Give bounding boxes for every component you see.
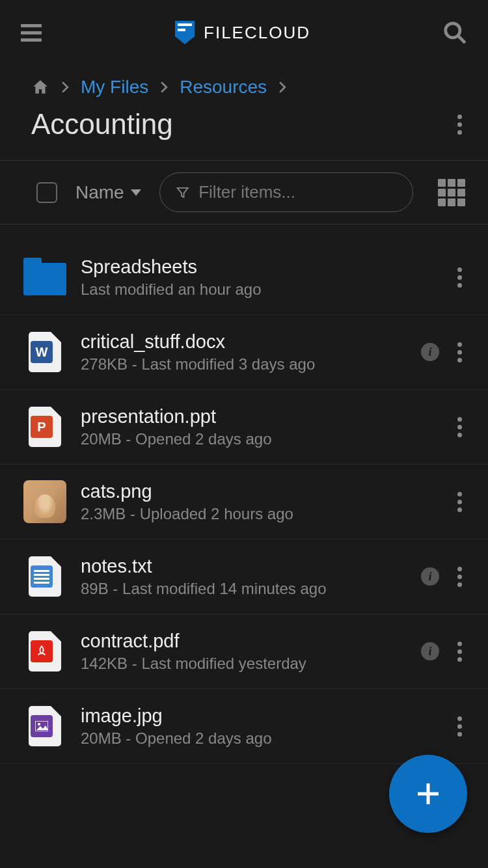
info-icon[interactable]: i bbox=[421, 343, 439, 361]
list-item[interactable]: P presentation.ppt 20MB - Opened 2 days … bbox=[0, 390, 488, 465]
page-title: Accounting bbox=[31, 108, 173, 141]
txt-icon bbox=[23, 555, 66, 598]
chevron-right-icon bbox=[278, 81, 286, 93]
chevron-right-icon bbox=[160, 81, 168, 93]
sort-button[interactable]: Name bbox=[75, 182, 141, 203]
sort-label-text: Name bbox=[75, 182, 124, 203]
breadcrumb-link-resources[interactable]: Resources bbox=[180, 77, 267, 98]
folder-icon bbox=[23, 256, 66, 299]
ppt-icon: P bbox=[23, 405, 66, 448]
search-icon[interactable] bbox=[442, 20, 467, 45]
item-more-button[interactable] bbox=[452, 562, 467, 592]
file-list: Spreadsheets Last modified an hour ago W… bbox=[0, 224, 488, 764]
app-name: FILECLOUD bbox=[204, 23, 310, 43]
file-name: critical_stuff.docx bbox=[81, 331, 407, 353]
logo-shield-icon bbox=[174, 20, 196, 46]
file-name: image.jpg bbox=[81, 705, 438, 727]
item-more-button[interactable] bbox=[452, 412, 467, 442]
chevron-right-icon bbox=[61, 81, 69, 93]
file-meta: Last modified an hour ago bbox=[81, 280, 438, 299]
docx-icon: W bbox=[23, 331, 66, 373]
file-name: Spreadsheets bbox=[81, 256, 438, 278]
svg-line-1 bbox=[458, 36, 465, 43]
home-icon[interactable] bbox=[31, 79, 49, 96]
svg-point-0 bbox=[446, 23, 460, 38]
image-thumbnail bbox=[23, 480, 66, 523]
list-item[interactable]: cats.png 2.3MB - Uploaded 2 hours ago bbox=[0, 465, 488, 539]
grid-view-button[interactable] bbox=[438, 179, 465, 206]
file-meta: 142KB - Last modified yesterday bbox=[81, 655, 407, 673]
plus-icon bbox=[413, 778, 444, 809]
file-meta: 2.3MB - Uploaded 2 hours ago bbox=[81, 505, 438, 523]
file-meta: 278KB - Last modified 3 days ago bbox=[81, 355, 407, 373]
item-more-button[interactable] bbox=[452, 636, 467, 667]
info-icon[interactable]: i bbox=[421, 642, 439, 660]
breadcrumb: My Files Resources bbox=[0, 65, 488, 104]
list-item[interactable]: notes.txt 89B - Last modified 14 minutes… bbox=[0, 539, 488, 614]
list-item[interactable]: W critical_stuff.docx 278KB - Last modif… bbox=[0, 315, 488, 390]
file-name: notes.txt bbox=[81, 556, 407, 577]
svg-point-3 bbox=[38, 723, 40, 726]
list-item[interactable]: image.jpg 20MB - Opened 2 days ago bbox=[0, 689, 488, 764]
item-more-button[interactable] bbox=[452, 262, 467, 293]
file-name: cats.png bbox=[81, 481, 438, 502]
filter-icon bbox=[176, 185, 190, 200]
app-logo: FILECLOUD bbox=[174, 20, 310, 46]
page-more-button[interactable] bbox=[452, 109, 467, 140]
info-icon[interactable]: i bbox=[421, 567, 439, 586]
list-item[interactable]: Spreadsheets Last modified an hour ago bbox=[0, 224, 488, 315]
file-name: presentation.ppt bbox=[81, 406, 438, 427]
filter-input[interactable] bbox=[198, 182, 397, 202]
file-meta: 20MB - Opened 2 days ago bbox=[81, 430, 438, 448]
select-all-checkbox[interactable] bbox=[36, 182, 57, 203]
list-item[interactable]: contract.pdf 142KB - Last modified yeste… bbox=[0, 614, 488, 689]
item-more-button[interactable] bbox=[452, 487, 467, 517]
breadcrumb-link-myfiles[interactable]: My Files bbox=[81, 77, 148, 98]
pdf-icon bbox=[23, 630, 66, 673]
file-name: contract.pdf bbox=[81, 631, 407, 652]
item-more-button[interactable] bbox=[452, 711, 467, 742]
menu-button[interactable] bbox=[21, 24, 42, 42]
add-button[interactable] bbox=[389, 755, 467, 833]
file-meta: 89B - Last modified 14 minutes ago bbox=[81, 580, 407, 598]
caret-down-icon bbox=[131, 189, 141, 196]
filter-input-wrapper[interactable] bbox=[159, 172, 413, 212]
item-more-button[interactable] bbox=[452, 337, 467, 368]
jpg-icon bbox=[23, 705, 66, 748]
file-meta: 20MB - Opened 2 days ago bbox=[81, 729, 438, 748]
